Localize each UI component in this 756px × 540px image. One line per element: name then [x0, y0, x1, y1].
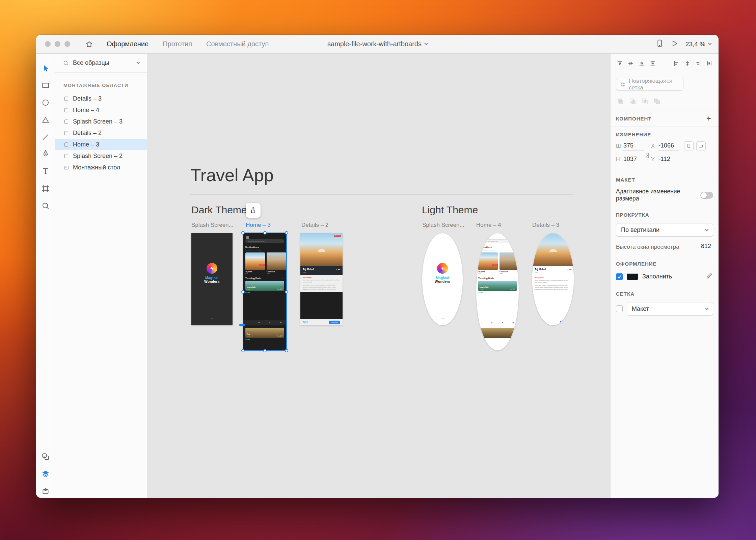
viewport-height-handle[interactable] [239, 324, 245, 326]
align-top-icon[interactable] [617, 60, 622, 67]
home-icon[interactable] [85, 40, 93, 48]
star-icon: ★ [567, 268, 569, 270]
viewport-height-label: Высота окна просмотра [616, 244, 679, 250]
artboard-home-light[interactable]: Where do you want to go? Destinations To… [476, 233, 519, 350]
artboard-label-splash-light[interactable]: Splash Screen... [422, 222, 464, 228]
layers-search[interactable]: Все образцы [55, 54, 147, 73]
scroll-section-title: ПРОКРУТКА [616, 212, 713, 218]
document-title[interactable]: sample-file-work-with-artboards [327, 40, 427, 48]
x-input[interactable]: -1066 [658, 142, 679, 151]
destination-card: Leisure Taj MahalIndia [478, 252, 498, 274]
landscape-orientation-button[interactable] [696, 141, 706, 151]
distribute-vertical-icon[interactable] [650, 60, 655, 67]
artboard-label-home3[interactable]: Home – 3 [246, 222, 271, 228]
design-canvas[interactable]: Travel App Dark Theme Light Theme Splash… [147, 54, 610, 498]
artboard-list-item[interactable]: Splash Screen – 2 [55, 150, 147, 162]
search-field: Where do you want to go? [245, 239, 284, 243]
artboard-home-dark[interactable]: Where do you want to go? Destinations To… [243, 233, 286, 350]
boolean-intersect-icon[interactable] [642, 98, 648, 105]
polygon-tool-icon[interactable] [41, 116, 50, 125]
play-preview-icon[interactable] [671, 39, 679, 49]
pasteboard-list-item[interactable]: Монтажный стол [55, 162, 147, 173]
scroll-mode-select[interactable]: По вертикали [616, 223, 713, 237]
artboard-details-light[interactable]: ← Featured Taj Mahal ★ 49 India Most pop… [532, 233, 574, 325]
y-input[interactable]: -112 [658, 156, 679, 164]
boolean-exclude-icon[interactable] [654, 98, 660, 105]
height-input[interactable]: 1037 [623, 156, 644, 164]
minimize-button[interactable] [55, 41, 60, 47]
fill-color-swatch[interactable] [627, 273, 638, 280]
nav-favorites-icon: ★ [502, 322, 504, 324]
artboard-item-label: Home – 3 [73, 141, 99, 148]
artboard-icon [63, 130, 69, 136]
artboard-tool-icon[interactable] [41, 184, 50, 193]
next-arrow: → [440, 316, 445, 321]
artboard-list-item[interactable]: Splash Screen – 3 [55, 116, 147, 127]
zoom-window-button[interactable] [64, 41, 70, 47]
tab-prototype[interactable]: Прототип [163, 40, 192, 48]
repeat-grid-button[interactable]: Повторяющаяся сетка [616, 78, 683, 91]
libraries-icon[interactable] [41, 452, 50, 461]
grid-mode-select[interactable]: Макет [627, 302, 713, 316]
dark-theme-heading[interactable]: Dark Theme [191, 204, 247, 216]
tab-share[interactable]: Совместный доступ [206, 40, 269, 48]
component-section-title: КОМПОНЕНТ [616, 116, 652, 122]
pen-tool-icon[interactable] [41, 150, 50, 158]
align-left-icon[interactable] [674, 60, 679, 67]
rectangle-tool-icon[interactable] [41, 81, 50, 90]
eyedropper-icon[interactable] [706, 272, 713, 281]
artboard-list-item[interactable]: Details – 3 [55, 93, 147, 104]
artboard-label-details3[interactable]: Details – 3 [532, 222, 559, 228]
menu-icon [479, 236, 482, 237]
align-bottom-icon[interactable] [639, 60, 644, 67]
portrait-orientation-button[interactable] [684, 141, 694, 151]
artboard-icon [63, 142, 69, 147]
text-tool-icon[interactable] [41, 167, 50, 176]
brand-logo: ✈ [437, 263, 448, 274]
artboard-list-item-selected[interactable]: Home – 3 [55, 139, 147, 150]
artboard-details-dark[interactable]: ← Featured Taj Mahal ★ 49 India Most pop… [300, 233, 343, 325]
ellipse-tool-icon[interactable] [41, 98, 50, 107]
zoom-control[interactable]: 23,4 % [685, 40, 711, 48]
layers-icon[interactable] [41, 469, 50, 478]
grid-checkbox[interactable] [616, 305, 623, 312]
light-theme-heading[interactable]: Light Theme [422, 204, 478, 216]
share-export-button[interactable] [246, 203, 261, 218]
close-button[interactable] [45, 41, 51, 47]
artboard-splash-light[interactable]: ✈ Magical Wonders → [422, 233, 463, 325]
artboard-label-home4[interactable]: Home – 4 [476, 222, 501, 228]
align-center-icon[interactable] [685, 60, 690, 67]
distribute-horizontal-icon[interactable] [707, 60, 712, 67]
responsive-resize-toggle[interactable] [700, 192, 713, 199]
width-input[interactable]: 375 [623, 142, 644, 151]
select-tool-icon[interactable] [41, 64, 50, 73]
device-preview-icon[interactable] [655, 39, 664, 49]
line-tool-icon[interactable] [41, 133, 50, 141]
plugins-icon[interactable] [41, 487, 50, 495]
artboard-list-item[interactable]: Details – 2 [55, 127, 147, 139]
artboard-list-item[interactable]: Home – 4 [55, 104, 147, 116]
place-location: India [303, 271, 340, 273]
fill-checkbox[interactable] [616, 273, 623, 280]
align-right-icon[interactable] [696, 60, 701, 67]
boolean-add-icon[interactable] [617, 98, 624, 105]
artboard-icon [63, 96, 69, 102]
boolean-subtract-icon[interactable] [629, 98, 636, 105]
canvas-title-text[interactable]: Travel App [190, 165, 274, 185]
artboard-icon [63, 107, 69, 113]
artboard-label-details2[interactable]: Details – 2 [301, 222, 328, 228]
nav-favorites-icon: ★ [269, 321, 271, 324]
tab-design[interactable]: Оформление [107, 40, 148, 48]
artboard-splash-dark[interactable]: ✈ Magical Wonders → [191, 233, 233, 325]
featured-badge: Featured [565, 235, 572, 237]
canvas-divider-line[interactable] [190, 194, 573, 194]
book-now-button: Book Now [329, 321, 340, 324]
chevron-down-icon [425, 42, 428, 45]
lock-aspect-icon[interactable] [644, 152, 651, 161]
add-component-button[interactable]: + [706, 115, 711, 122]
align-middle-icon[interactable] [628, 60, 633, 67]
zoom-tool-icon[interactable] [41, 201, 50, 210]
fill-label: Заполнить [642, 273, 702, 280]
artboard-label-splash-dark[interactable]: Splash Screen... [191, 222, 234, 228]
viewport-height-input[interactable]: 812 [699, 243, 713, 251]
